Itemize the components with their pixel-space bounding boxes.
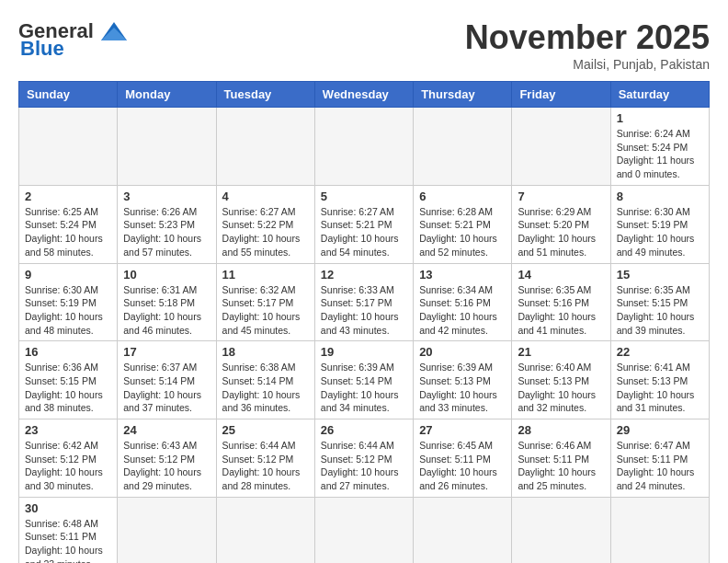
day-info: Sunrise: 6:45 AMSunset: 5:11 PMDaylight:…	[419, 439, 506, 493]
day-number: 8	[617, 190, 703, 203]
calendar-day-header: Monday	[118, 82, 216, 108]
day-number: 29	[617, 423, 703, 437]
calendar-cell	[118, 497, 216, 563]
day-number: 9	[25, 268, 111, 282]
day-info: Sunrise: 6:42 AMSunset: 5:12 PMDaylight:…	[25, 439, 111, 493]
location-subtitle: Mailsi, Punjab, Pakistan	[465, 57, 710, 72]
calendar-week-row: 23Sunrise: 6:42 AMSunset: 5:12 PMDayligh…	[19, 419, 710, 498]
logo-blue-text: Blue	[20, 37, 64, 61]
day-number: 13	[419, 268, 506, 282]
calendar-cell	[314, 497, 413, 563]
calendar-cell: 12Sunrise: 6:33 AMSunset: 5:17 PMDayligh…	[314, 263, 413, 341]
day-info: Sunrise: 6:25 AMSunset: 5:24 PMDaylight:…	[25, 205, 111, 259]
calendar-day-header: Friday	[512, 82, 610, 108]
calendar-cell	[216, 108, 314, 186]
calendar-cell	[216, 497, 314, 563]
day-info: Sunrise: 6:47 AMSunset: 5:11 PMDaylight:…	[617, 439, 703, 493]
day-info: Sunrise: 6:29 AMSunset: 5:20 PMDaylight:…	[518, 205, 604, 259]
calendar-cell: 17Sunrise: 6:37 AMSunset: 5:14 PMDayligh…	[118, 341, 216, 419]
day-info: Sunrise: 6:27 AMSunset: 5:21 PMDaylight:…	[321, 205, 407, 259]
calendar-cell: 4Sunrise: 6:27 AMSunset: 5:22 PMDaylight…	[216, 185, 314, 263]
day-info: Sunrise: 6:30 AMSunset: 5:19 PMDaylight:…	[617, 205, 703, 259]
day-number: 15	[617, 268, 703, 282]
calendar-cell: 26Sunrise: 6:44 AMSunset: 5:12 PMDayligh…	[314, 419, 413, 498]
calendar-cell	[118, 108, 216, 186]
calendar-cell	[414, 497, 512, 563]
day-info: Sunrise: 6:27 AMSunset: 5:22 PMDaylight:…	[222, 205, 309, 259]
svg-marker-1	[101, 28, 127, 40]
day-number: 14	[518, 268, 604, 282]
calendar-cell: 30Sunrise: 6:48 AMSunset: 5:11 PMDayligh…	[19, 497, 118, 563]
day-number: 22	[617, 345, 703, 359]
day-number: 11	[222, 268, 309, 282]
day-number: 7	[518, 190, 604, 203]
calendar-cell: 5Sunrise: 6:27 AMSunset: 5:21 PMDaylight…	[314, 185, 413, 263]
day-info: Sunrise: 6:32 AMSunset: 5:17 PMDaylight:…	[222, 283, 309, 338]
day-info: Sunrise: 6:44 AMSunset: 5:12 PMDaylight:…	[222, 439, 309, 493]
day-info: Sunrise: 6:35 AMSunset: 5:15 PMDaylight:…	[617, 283, 703, 338]
calendar-week-row: 2Sunrise: 6:25 AMSunset: 5:24 PMDaylight…	[19, 185, 710, 263]
day-number: 24	[123, 423, 210, 437]
calendar-cell: 22Sunrise: 6:41 AMSunset: 5:13 PMDayligh…	[610, 341, 709, 419]
calendar-day-header: Wednesday	[314, 82, 413, 108]
calendar-day-header: Sunday	[19, 82, 118, 108]
calendar-cell: 28Sunrise: 6:46 AMSunset: 5:11 PMDayligh…	[512, 419, 610, 498]
calendar-day-header: Tuesday	[216, 82, 314, 108]
day-info: Sunrise: 6:35 AMSunset: 5:16 PMDaylight:…	[518, 283, 604, 338]
day-number: 23	[25, 423, 111, 437]
day-info: Sunrise: 6:26 AMSunset: 5:23 PMDaylight:…	[123, 205, 210, 259]
calendar-week-row: 1Sunrise: 6:24 AMSunset: 5:24 PMDaylight…	[19, 108, 710, 186]
calendar-week-row: 30Sunrise: 6:48 AMSunset: 5:11 PMDayligh…	[19, 497, 710, 563]
day-number: 2	[25, 190, 111, 203]
day-number: 4	[222, 190, 309, 203]
month-title: November 2025	[465, 18, 710, 57]
title-block: November 2025 Mailsi, Punjab, Pakistan	[465, 18, 710, 72]
day-info: Sunrise: 6:41 AMSunset: 5:13 PMDaylight:…	[617, 361, 703, 415]
day-number: 28	[518, 423, 604, 437]
calendar-cell: 16Sunrise: 6:36 AMSunset: 5:15 PMDayligh…	[19, 341, 118, 419]
logo: General Blue	[18, 18, 131, 61]
day-info: Sunrise: 6:28 AMSunset: 5:21 PMDaylight:…	[419, 205, 506, 259]
calendar-cell: 6Sunrise: 6:28 AMSunset: 5:21 PMDaylight…	[414, 185, 512, 263]
calendar-cell: 11Sunrise: 6:32 AMSunset: 5:17 PMDayligh…	[216, 263, 314, 341]
day-number: 30	[25, 501, 111, 515]
calendar-cell	[512, 108, 610, 186]
day-number: 12	[321, 268, 407, 282]
calendar-cell	[512, 497, 610, 563]
logo-icon	[97, 18, 131, 44]
calendar-cell: 13Sunrise: 6:34 AMSunset: 5:16 PMDayligh…	[414, 263, 512, 341]
day-number: 25	[222, 423, 309, 437]
calendar-cell: 25Sunrise: 6:44 AMSunset: 5:12 PMDayligh…	[216, 419, 314, 498]
calendar-week-row: 9Sunrise: 6:30 AMSunset: 5:19 PMDaylight…	[19, 263, 710, 341]
calendar-cell: 20Sunrise: 6:39 AMSunset: 5:13 PMDayligh…	[414, 341, 512, 419]
calendar-table: SundayMondayTuesdayWednesdayThursdayFrid…	[18, 81, 710, 563]
day-info: Sunrise: 6:39 AMSunset: 5:13 PMDaylight:…	[419, 361, 506, 415]
calendar-cell: 15Sunrise: 6:35 AMSunset: 5:15 PMDayligh…	[610, 263, 709, 341]
day-number: 5	[321, 190, 407, 203]
calendar-header-row: SundayMondayTuesdayWednesdayThursdayFrid…	[19, 82, 710, 108]
calendar-cell	[314, 108, 413, 186]
calendar-cell: 14Sunrise: 6:35 AMSunset: 5:16 PMDayligh…	[512, 263, 610, 341]
calendar-week-row: 16Sunrise: 6:36 AMSunset: 5:15 PMDayligh…	[19, 341, 710, 419]
day-info: Sunrise: 6:37 AMSunset: 5:14 PMDaylight:…	[123, 361, 210, 415]
calendar-day-header: Thursday	[414, 82, 512, 108]
calendar-cell: 29Sunrise: 6:47 AMSunset: 5:11 PMDayligh…	[610, 419, 709, 498]
calendar-cell	[610, 497, 709, 563]
calendar-cell: 18Sunrise: 6:38 AMSunset: 5:14 PMDayligh…	[216, 341, 314, 419]
day-number: 26	[321, 423, 407, 437]
day-info: Sunrise: 6:31 AMSunset: 5:18 PMDaylight:…	[123, 283, 210, 338]
day-info: Sunrise: 6:39 AMSunset: 5:14 PMDaylight:…	[321, 361, 407, 415]
calendar-cell: 23Sunrise: 6:42 AMSunset: 5:12 PMDayligh…	[19, 419, 118, 498]
calendar-cell: 9Sunrise: 6:30 AMSunset: 5:19 PMDaylight…	[19, 263, 118, 341]
page-header: General Blue November 2025 Mailsi, Punja…	[18, 18, 710, 72]
day-number: 20	[419, 345, 506, 359]
day-number: 16	[25, 345, 111, 359]
day-info: Sunrise: 6:24 AMSunset: 5:24 PMDaylight:…	[617, 127, 703, 181]
day-number: 18	[222, 345, 309, 359]
day-number: 3	[123, 190, 210, 203]
day-info: Sunrise: 6:43 AMSunset: 5:12 PMDaylight:…	[123, 439, 210, 493]
calendar-cell	[414, 108, 512, 186]
day-info: Sunrise: 6:33 AMSunset: 5:17 PMDaylight:…	[321, 283, 407, 338]
day-number: 27	[419, 423, 506, 437]
calendar-cell: 24Sunrise: 6:43 AMSunset: 5:12 PMDayligh…	[118, 419, 216, 498]
